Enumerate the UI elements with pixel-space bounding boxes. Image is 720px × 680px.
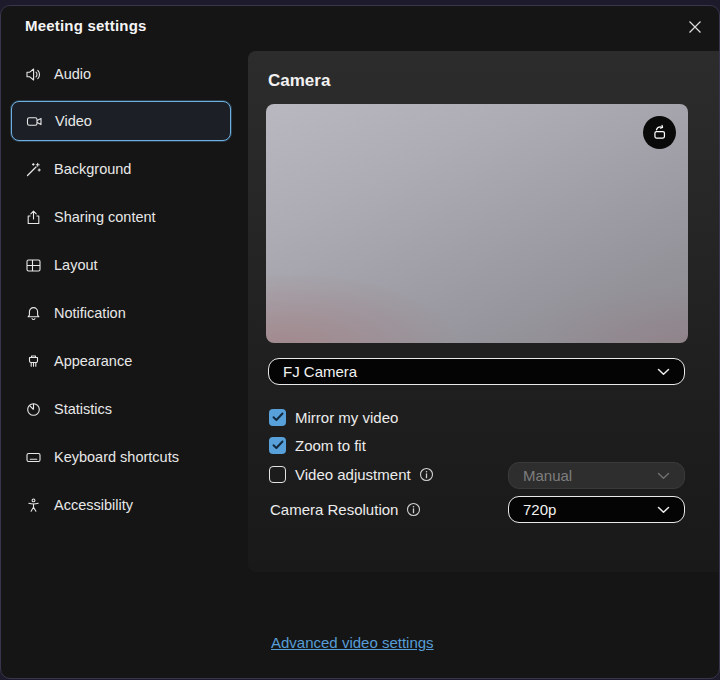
- sidebar-item-statistics[interactable]: Statistics: [11, 389, 231, 429]
- sidebar-item-appearance[interactable]: Appearance: [11, 341, 231, 381]
- sidebar-item-accessibility[interactable]: Accessibility: [11, 485, 231, 525]
- close-button[interactable]: [684, 16, 706, 38]
- mirror-video-checkbox[interactable]: [269, 409, 286, 426]
- camera-resolution-select[interactable]: 720p: [508, 496, 685, 523]
- video-adjustment-mode-value: Manual: [523, 467, 572, 484]
- zoom-to-fit-label[interactable]: Zoom to fit: [295, 437, 366, 454]
- sidebar-item-audio[interactable]: Audio: [11, 54, 231, 94]
- bell-icon: [25, 305, 42, 322]
- sidebar-item-label: Background: [54, 161, 131, 177]
- sidebar-item-label: Sharing content: [54, 209, 156, 225]
- sidebar-item-label: Appearance: [54, 353, 132, 369]
- speaker-icon: [25, 66, 42, 83]
- sidebar-item-label: Accessibility: [54, 497, 133, 513]
- pie-chart-icon: [25, 401, 42, 418]
- sidebar-item-keyboard-shortcuts[interactable]: Keyboard shortcuts: [11, 437, 231, 477]
- share-icon: [25, 209, 42, 226]
- grid-icon: [25, 257, 42, 274]
- close-icon: [688, 20, 702, 34]
- video-adjustment-checkbox[interactable]: [269, 466, 286, 483]
- video-adjustment-option: Video adjustment: [269, 464, 434, 484]
- magic-wand-icon: [25, 161, 42, 178]
- advanced-video-settings-link[interactable]: Advanced video settings: [271, 634, 434, 651]
- camera-device-select[interactable]: FJ Camera: [268, 358, 685, 385]
- sidebar-item-label: Keyboard shortcuts: [54, 449, 179, 465]
- camera-section-heading: Camera: [268, 71, 330, 91]
- video-settings-panel: Camera FJ Camera Mirror my video: [248, 51, 719, 572]
- rotate-camera-button[interactable]: [643, 116, 676, 149]
- camera-resolution-row: Camera Resolution: [270, 499, 421, 519]
- sidebar-item-label: Notification: [54, 305, 126, 321]
- sidebar-item-notification[interactable]: Notification: [11, 293, 231, 333]
- zoom-to-fit-option: Zoom to fit: [269, 435, 366, 455]
- sidebar-item-background[interactable]: Background: [11, 149, 231, 189]
- camera-preview: [266, 104, 688, 343]
- accessibility-icon: [25, 497, 42, 514]
- sidebar-item-label: Statistics: [54, 401, 112, 417]
- camera-resolution-label: Camera Resolution: [270, 501, 398, 518]
- settings-sidebar: Audio Video Background Sharing content L: [1, 6, 248, 678]
- video-camera-icon: [26, 113, 43, 130]
- meeting-settings-dialog: Meeting settings Audio Video Background: [0, 5, 720, 679]
- video-adjustment-label[interactable]: Video adjustment: [295, 466, 411, 483]
- zoom-to-fit-checkbox[interactable]: [269, 437, 286, 454]
- sidebar-item-sharing-content[interactable]: Sharing content: [11, 197, 231, 237]
- camera-device-value: FJ Camera: [283, 363, 357, 380]
- sidebar-item-label: Audio: [54, 66, 91, 82]
- sidebar-item-layout[interactable]: Layout: [11, 245, 231, 285]
- sidebar-item-label: Layout: [54, 257, 98, 273]
- sidebar-item-video[interactable]: Video: [11, 101, 231, 141]
- camera-resolution-value: 720p: [523, 501, 556, 518]
- video-adjustment-mode-select: Manual: [508, 462, 685, 489]
- keyboard-icon: [25, 449, 42, 466]
- mirror-video-option: Mirror my video: [269, 407, 398, 427]
- chevron-down-icon: [657, 472, 670, 480]
- chevron-down-icon: [657, 368, 670, 376]
- camera-resolution-info-icon[interactable]: [406, 502, 421, 517]
- video-adjustment-info-icon[interactable]: [419, 467, 434, 482]
- mirror-video-label[interactable]: Mirror my video: [295, 409, 398, 426]
- brush-icon: [25, 353, 42, 370]
- sidebar-item-label: Video: [55, 113, 92, 129]
- rotate-camera-icon: [650, 123, 669, 142]
- chevron-down-icon: [657, 506, 670, 514]
